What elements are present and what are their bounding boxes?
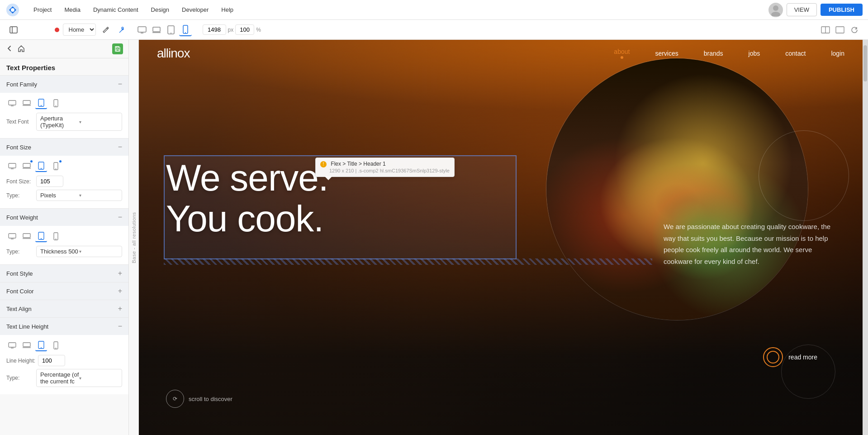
back-button[interactable] [5,44,14,54]
font-style-header[interactable]: Font Style + [0,265,128,282]
svg-point-1 [11,8,14,12]
lh-tablet-icon[interactable] [35,339,47,351]
nav-brands[interactable]: brands [704,50,723,57]
read-more-inner-circle [767,351,779,363]
single-view-icon[interactable] [834,24,846,36]
font-color-section: Font Color + [0,282,128,300]
sidebar-toggle-icon[interactable] [7,24,20,36]
nav-login[interactable]: login [831,50,844,57]
fw-tablet-icon[interactable] [35,230,47,242]
laptop-device-icon[interactable] [150,24,163,36]
fs-tablet-icon[interactable] [35,160,47,172]
lh-desktop-icon[interactable] [6,339,18,351]
canvas-scrollbar[interactable] [863,40,868,435]
tablet-device-icon[interactable] [165,24,177,36]
split-view-icon[interactable] [819,24,832,36]
font-size-header[interactable]: Font Size − [0,139,128,156]
lh-laptop-icon[interactable] [21,339,33,351]
font-family-collapse-icon: − [118,80,122,88]
fs-mobile-icon[interactable] [50,160,62,172]
desktop-device-icon[interactable] [136,24,148,36]
home-button[interactable] [17,44,25,54]
scroll-circle-icon: ⟳ [166,390,184,408]
svg-rect-25 [23,163,30,167]
text-align-label: Text Align [6,306,118,312]
hero-description: We are passionate about creating quality… [664,221,835,267]
page-status-dot [55,28,59,32]
tooltip-path: Flex > Title > Header 1 [331,161,385,167]
hero-text[interactable]: We serve. You cook. [166,158,328,239]
font-size-collapse-icon: − [118,143,122,151]
width-input[interactable]: 1498 [203,24,226,35]
save-panel-button[interactable] [112,43,123,54]
page-dropdown[interactable]: Home [63,24,96,36]
website-preview: allinox about services brands jobs conta… [139,40,863,435]
font-size-input[interactable]: 105 [36,176,63,187]
menu-design[interactable]: Design [145,4,175,16]
decorative-circle-large [759,130,849,221]
scroll-indicator[interactable]: ⟳ scroll to discover [166,390,232,408]
tooltip-arrow [325,177,332,180]
pen-tool-icon[interactable] [116,24,128,36]
width-unit: px [228,27,234,33]
lh-mobile-icon[interactable] [50,339,62,351]
device-icons-group [136,24,192,36]
line-height-type-select[interactable]: Percentage (of the current fc ▾ [36,369,122,387]
svg-rect-37 [23,343,30,347]
page-selector: Home [55,24,96,36]
view-button[interactable]: VIEW [787,3,817,16]
fs-laptop-icon[interactable] [21,160,33,172]
user-avatar[interactable] [768,3,783,17]
mobile-device-icon[interactable] [179,24,192,36]
read-more-button[interactable]: read more [763,347,817,367]
ff-tablet-icon[interactable] [35,97,47,109]
canvas-scrollbar-thumb[interactable] [863,45,867,81]
svg-point-3 [771,12,780,16]
ff-mobile-icon[interactable] [50,97,62,109]
vertical-label-container: Base - all resolutions [129,40,139,435]
fw-desktop-icon[interactable] [6,230,18,242]
text-line-height-header[interactable]: Text Line Height − [0,318,128,335]
svg-rect-36 [9,343,16,347]
font-weight-device-row [6,230,122,242]
line-height-row: Line Height: 100 [6,355,122,366]
font-weight-header[interactable]: Font Weight − [0,209,128,226]
font-color-header[interactable]: Font Color + [0,282,128,300]
line-height-input[interactable]: 100 [38,355,65,366]
menu-developer[interactable]: Developer [175,4,215,16]
font-family-select[interactable]: Apertura (TypeKit) ▾ [36,113,122,131]
second-toolbar: Home 1498 px 100 % [0,20,868,40]
fs-desktop-icon[interactable] [6,160,18,172]
app-logo[interactable] [5,3,20,17]
fw-laptop-icon[interactable] [21,230,33,242]
pencil-icon[interactable] [100,24,112,36]
menu-media[interactable]: Media [58,4,86,16]
nav-about[interactable]: about [614,48,630,59]
menu-dynamic-content[interactable]: Dynamic Content [87,4,145,16]
line-height-type-value: Percentage (of the current fc [40,371,79,385]
refresh-icon[interactable] [848,24,861,36]
font-weight-select[interactable]: Thickness 500 ▾ [36,246,122,257]
nav-jobs[interactable]: jobs [749,50,760,57]
publish-button[interactable]: PUBLISH [821,4,863,16]
text-align-expand-icon: + [118,305,122,313]
menu-project[interactable]: Project [27,4,58,16]
ff-desktop-icon[interactable] [6,97,18,109]
left-panel: Text Properties Font Family − [0,40,129,435]
read-more-circle-icon [763,347,783,367]
font-family-header[interactable]: Font Family − [0,76,128,93]
text-line-height-section: Text Line Height − [0,317,128,394]
svg-rect-18 [9,100,16,105]
fw-mobile-icon[interactable] [50,230,62,242]
nav-active-dot [621,56,623,59]
nav-services[interactable]: services [655,50,678,57]
zoom-input[interactable]: 100 [235,24,254,35]
nav-contact[interactable]: contact [785,50,806,57]
hero-body-text: We are passionate about creating quality… [664,221,835,267]
text-align-header[interactable]: Text Align + [0,300,128,317]
ff-laptop-icon[interactable] [21,97,33,109]
menu-help[interactable]: Help [215,4,240,16]
font-size-section: Font Size − [0,138,128,208]
font-size-type-select[interactable]: Pixels ▾ [36,190,122,201]
font-weight-arrow-icon: ▾ [79,249,118,254]
